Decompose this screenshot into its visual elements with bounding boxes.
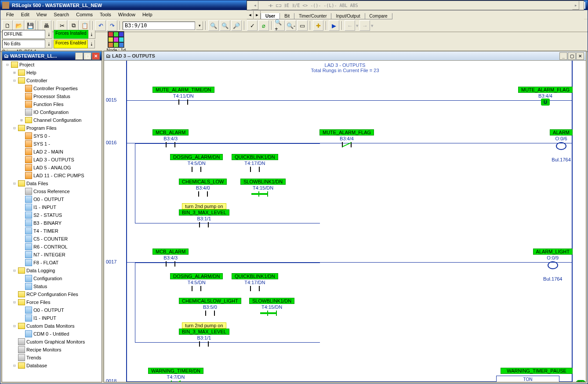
- tree-node[interactable]: SYS 0 -: [2, 132, 102, 140]
- tag-chemlow-light[interactable]: CHEMICALSLOW_LIGHT: [179, 298, 241, 304]
- menu-help[interactable]: Help: [139, 11, 156, 18]
- tabs-right[interactable]: ►: [254, 11, 261, 19]
- tag-chemicals-low[interactable]: CHEMICALS_LOW: [179, 179, 227, 185]
- instr-xic[interactable]: ⊣⊢: [268, 3, 273, 8]
- save-button[interactable]: 💾: [25, 20, 36, 31]
- address-input[interactable]: [123, 22, 195, 30]
- tree-node[interactable]: Cross Reference: [2, 187, 102, 195]
- tree-node[interactable]: ⊟Database: [2, 362, 102, 369]
- mode-drop[interactable]: ⭳: [45, 30, 52, 39]
- tag-slowblink[interactable]: SLOWBLINK1/DN: [249, 298, 294, 304]
- tag-dosing-alarm[interactable]: DOSING_ALARM/DN: [170, 273, 223, 279]
- palette-scroll-right[interactable]: ▸: [572, 1, 579, 10]
- tree-close[interactable]: ✕: [92, 52, 100, 60]
- tree-node[interactable]: I1 - INPUT: [2, 203, 102, 211]
- instr-osl[interactable]: -(L)-: [323, 3, 337, 8]
- tree-node[interactable]: CDM 0 - Untitled: [2, 330, 102, 338]
- edits-status[interactable]: No Edits: [2, 40, 45, 48]
- instr-ote[interactable]: ∃E: [284, 3, 289, 8]
- tab-user[interactable]: User: [261, 13, 280, 19]
- tree-node[interactable]: ⊟Project: [2, 61, 102, 69]
- find-prev-button[interactable]: 🔎: [231, 20, 242, 31]
- tab-bit[interactable]: Bit: [279, 13, 294, 19]
- instr-osr[interactable]: -()-: [310, 3, 321, 8]
- tag-warning-pause[interactable]: WARNING_TIMER_PAUSE: [501, 368, 573, 374]
- lad-min[interactable]: _: [559, 52, 567, 60]
- tag-mcb-alarm[interactable]: MCB_ALARM: [152, 129, 189, 135]
- verify-all-button[interactable]: ⌀: [258, 20, 269, 31]
- tree-node[interactable]: ⊟Custom Data Monitors: [2, 322, 102, 330]
- menu-file[interactable]: File: [3, 11, 17, 18]
- undo-button[interactable]: ↶: [95, 20, 106, 31]
- tree-node[interactable]: LAD 11 - CIRC PUMPS: [2, 172, 102, 179]
- rung-0017[interactable]: 0017 MCB_ALARM B3:4/3 DOSING_ALARM/DN T4…: [126, 262, 573, 364]
- zoom-in-button[interactable]: 🔍+: [274, 20, 285, 31]
- tabs-left[interactable]: ◄: [247, 11, 254, 19]
- menu-view[interactable]: View: [33, 11, 50, 18]
- find-button[interactable]: 🔍: [208, 20, 219, 31]
- menu-edit[interactable]: Edit: [18, 11, 33, 18]
- instr-abl[interactable]: ABL: [339, 3, 347, 8]
- instr-abs[interactable]: ABS: [350, 3, 358, 8]
- node-icon[interactable]: [108, 31, 124, 48]
- zoom-out-button[interactable]: 🔍-: [286, 20, 296, 31]
- fullscreen-button[interactable]: ▭: [297, 20, 308, 31]
- menu-comms[interactable]: Comms: [73, 11, 96, 18]
- palette-scroll-left[interactable]: ◂: [251, 1, 258, 10]
- address-drop[interactable]: ▾: [196, 21, 203, 30]
- menu-search[interactable]: Search: [51, 11, 72, 18]
- menu-tools[interactable]: Tools: [97, 11, 114, 18]
- tree-node[interactable]: O0 - OUTPUT: [2, 195, 102, 203]
- tree-node[interactable]: ⊞Channel Configuration: [2, 116, 102, 124]
- back-button[interactable]: ←: [345, 20, 355, 31]
- tree-node[interactable]: S2 - STATUS: [2, 211, 102, 219]
- tree-node[interactable]: Processor Status: [2, 92, 102, 100]
- tree-node[interactable]: Custom Graphical Monitors: [2, 338, 102, 346]
- lad-max[interactable]: ▢: [568, 52, 576, 60]
- go-button[interactable]: ▶: [329, 20, 339, 31]
- tree-node[interactable]: ⊞Help: [2, 69, 102, 77]
- tree-node[interactable]: Configuration: [2, 274, 102, 282]
- forces-installed-drop[interactable]: ⭳: [88, 30, 95, 39]
- rung-0016[interactable]: 0016 MCB_ALARM B3:4/3 MUTE_ALARM_FLAG B3…: [126, 143, 573, 245]
- lad-close[interactable]: ✕: [576, 52, 584, 60]
- tree-node[interactable]: ⊟Force Files: [2, 298, 102, 306]
- tag-slowblink[interactable]: SLOWBLINK1/DN: [240, 179, 286, 185]
- tree-node[interactable]: O0 - OUTPUT: [2, 306, 102, 314]
- instr-xio[interactable]: ⊏⊐: [276, 3, 281, 8]
- tree-node[interactable]: ⊟Program Files: [2, 124, 102, 132]
- tree-node[interactable]: F8 - FLOAT: [2, 259, 102, 267]
- tree-node[interactable]: R6 - CONTROL: [2, 243, 102, 251]
- tree-max[interactable]: ▢: [83, 52, 91, 60]
- tag-warning-timer[interactable]: WARNING_TIMER/DN: [148, 368, 203, 374]
- tree-node[interactable]: N7 - INTEGER: [2, 251, 102, 259]
- tag-bin3-max[interactable]: BIN_3_MAX_LEVEL: [179, 329, 229, 335]
- tag-mcb-alarm[interactable]: MCB_ALARM: [152, 249, 189, 255]
- instr-otu[interactable]: <>: [302, 3, 308, 8]
- tree-node[interactable]: ⊟Data Files: [2, 179, 102, 187]
- tree-node[interactable]: LAD 2 - MAIN: [2, 148, 102, 156]
- redo-button[interactable]: ↷: [107, 20, 117, 31]
- tag-quickblink[interactable]: QUICKBLINK1/DN: [232, 273, 278, 279]
- tab-io[interactable]: Input/Output: [331, 13, 365, 19]
- rung-0018[interactable]: 0018 WARNING_TIMER/DN T4:7/DN WARNING_TI…: [126, 381, 573, 382]
- tree-node[interactable]: RCP Configuration Files: [2, 290, 102, 298]
- tree-node[interactable]: Status: [2, 282, 102, 290]
- menu-window[interactable]: Window: [115, 11, 138, 18]
- tree-node[interactable]: C5 - COUNTER: [2, 235, 102, 243]
- open-button[interactable]: 📂: [14, 20, 24, 31]
- instr-otl[interactable]: ∃/E: [292, 3, 300, 8]
- edits-drop[interactable]: ⭳: [45, 40, 52, 48]
- ton-box[interactable]: TON Timer On Delay TimerT4:6 Time Base1.…: [496, 376, 559, 382]
- tree-node[interactable]: IO Configuration: [2, 108, 102, 116]
- tab-timer[interactable]: Timer/Counter: [294, 13, 332, 19]
- tree-node[interactable]: LAD 3 - OUTPUTS: [2, 156, 102, 164]
- fwd-button[interactable]: →: [359, 20, 370, 31]
- copy-button[interactable]: ⧉: [68, 20, 79, 31]
- new-button[interactable]: 🗋: [2, 20, 13, 31]
- tree-node[interactable]: ⊟Controller: [2, 77, 102, 84]
- tree-node[interactable]: T4 - TIMER: [2, 227, 102, 235]
- tag-mute-alarm-flag[interactable]: MUTE_ALARM_FLAG: [319, 129, 374, 135]
- tag-quickblink[interactable]: QUICKBLINK1/DN: [232, 154, 278, 160]
- tree-titlebar[interactable]: 🗂 WASTEWATER_LL... _ ▢ ✕: [2, 51, 102, 61]
